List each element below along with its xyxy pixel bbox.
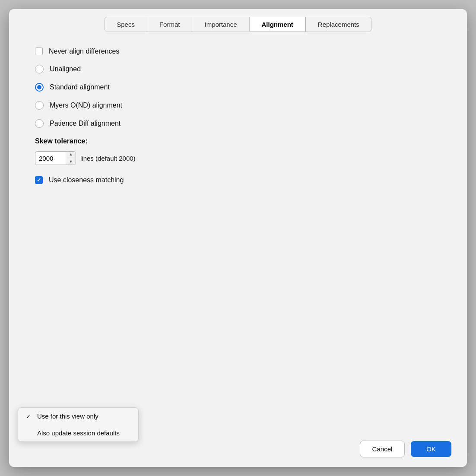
skew-stepper-wrap: ▲ ▼ [35,151,76,165]
ok-button[interactable]: OK [411,441,451,457]
skew-decrement-button[interactable]: ▼ [66,158,76,165]
dropdown-item-session-defaults-label: Also update session defaults [37,429,120,437]
skew-value-input[interactable] [35,153,66,164]
myers-alignment-row: Myers O(ND) alignment [35,101,441,110]
patience-alignment-radio[interactable] [35,119,44,128]
unaligned-label: Unaligned [50,65,81,73]
never-align-checkbox[interactable] [35,48,43,55]
skew-tolerance-row: ▲ ▼ lines (default 2000) [35,151,441,165]
cancel-button[interactable]: Cancel [360,441,405,457]
dropdown-item-session-defaults[interactable]: Also update session defaults [18,425,138,441]
tab-bar: Specs Format Importance Alignment Replac… [9,9,467,32]
patience-alignment-row: Patience Diff alignment [35,119,441,128]
tab-alignment[interactable]: Alignment [250,17,306,32]
save-dropdown-menu: ✓ Use for this view only Also update ses… [18,407,139,442]
content-area: Never align differences Unaligned Standa… [9,32,467,435]
unaligned-row: Unaligned [35,65,441,73]
dropdown-item-view-only[interactable]: ✓ Use for this view only [18,408,138,425]
tab-replacements[interactable]: Replacements [306,17,372,32]
unaligned-radio[interactable] [35,65,44,73]
tab-importance[interactable]: Importance [192,17,249,32]
footer: ✓ Use for this view only Also update ses… [9,435,467,467]
closeness-matching-row: Use closeness matching [35,176,441,184]
dialog: Specs Format Importance Alignment Replac… [9,9,467,467]
never-align-label: Never align differences [49,48,119,55]
patience-alignment-label: Patience Diff alignment [50,120,121,127]
tab-specs[interactable]: Specs [104,17,147,32]
check-mark-icon: ✓ [26,413,33,420]
myers-alignment-label: Myers O(ND) alignment [50,102,122,109]
tab-format[interactable]: Format [147,17,193,32]
skew-stepper-buttons: ▲ ▼ [66,151,76,165]
standard-alignment-label: Standard alignment [50,83,110,91]
standard-alignment-row: Standard alignment [35,83,441,92]
never-align-row: Never align differences [35,48,441,55]
myers-alignment-radio[interactable] [35,101,44,110]
skew-tolerance-label: Skew tolerance: [35,137,441,145]
standard-alignment-radio[interactable] [35,83,44,92]
skew-increment-button[interactable]: ▲ [66,151,76,158]
skew-unit-label: lines (default 2000) [80,155,136,162]
closeness-matching-label: Use closeness matching [49,176,124,184]
closeness-matching-checkbox[interactable] [35,176,43,184]
dropdown-item-view-only-label: Use for this view only [37,413,98,420]
